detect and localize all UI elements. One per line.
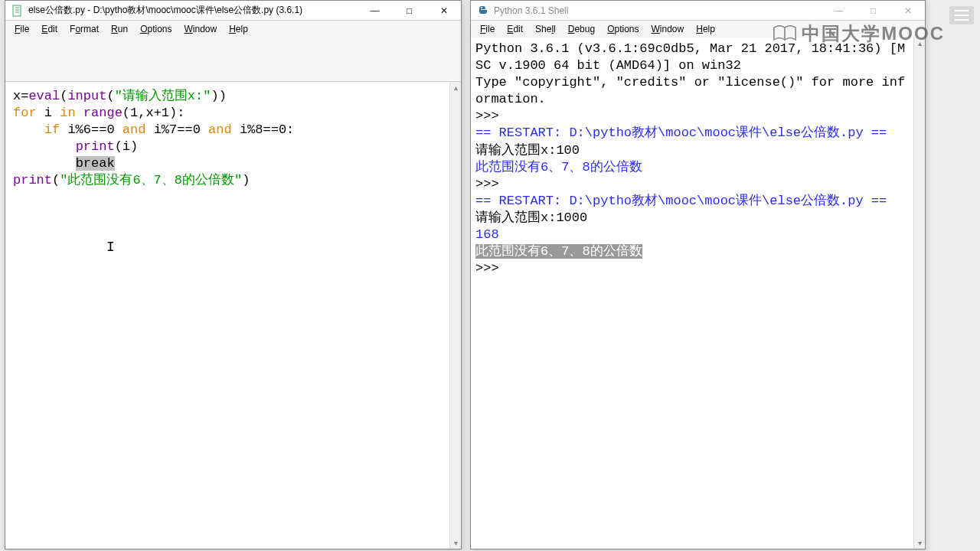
menu-edit[interactable]: Edit bbox=[501, 22, 529, 36]
maximize-button[interactable]: □ bbox=[856, 1, 890, 20]
shell-input-label: 请输入范围x: bbox=[475, 210, 556, 225]
shell-window-controls: — □ ✕ bbox=[822, 1, 925, 20]
python-file-icon bbox=[11, 5, 24, 17]
shell-restart: == RESTART: D:\pytho教材\mooc\mooc课件\else公… bbox=[475, 193, 910, 210]
shell-banner: Python 3.6.1 (v3.6.1:69c0db5, Mar 21 201… bbox=[475, 41, 910, 74]
editor-scrollbar[interactable]: ▴ ▾ bbox=[449, 82, 461, 549]
svg-rect-0 bbox=[13, 5, 21, 16]
code-editor[interactable]: x=eval(input("请输入范围x:")) for i in range(… bbox=[5, 82, 449, 549]
svg-point-1 bbox=[481, 7, 482, 8]
menu-debug[interactable]: Debug bbox=[562, 22, 601, 36]
menu-edit[interactable]: Edit bbox=[35, 22, 64, 36]
shell-output-line: 168 bbox=[475, 227, 910, 243]
menu-window[interactable]: Window bbox=[178, 22, 224, 36]
shell-menubar: File Edit Shell Debug Options Window Hel… bbox=[471, 21, 925, 37]
shell-banner2: Type "copyright", "credits" or "license(… bbox=[475, 74, 910, 108]
scroll-up-icon[interactable]: ▴ bbox=[918, 37, 922, 49]
shell-user-input: 100 bbox=[556, 143, 580, 158]
shell-scrollbar[interactable]: ▴ ▾ bbox=[913, 37, 925, 549]
editor-window-controls: — □ ✕ bbox=[358, 1, 461, 20]
minimize-button[interactable]: — bbox=[822, 1, 856, 20]
menu-run[interactable]: Run bbox=[105, 22, 134, 36]
shell-input-label: 请输入范围x: bbox=[475, 143, 556, 158]
shell-titlebar[interactable]: Python 3.6.1 Shell — □ ✕ bbox=[471, 1, 925, 21]
shell-prompt: >>> bbox=[475, 177, 499, 191]
shell-title: Python 3.6.1 Shell bbox=[494, 5, 822, 16]
menu-help[interactable]: Help bbox=[223, 22, 254, 36]
editor-toolbar-gap bbox=[5, 37, 461, 82]
editor-title: else公倍数.py - D:\pytho教材\mooc\mooc课件\else… bbox=[28, 4, 358, 17]
menu-help[interactable]: Help bbox=[690, 22, 721, 36]
scroll-up-icon[interactable]: ▴ bbox=[454, 82, 458, 93]
editor-body: x=eval(input("请输入范围x:")) for i in range(… bbox=[5, 82, 461, 549]
maximize-button[interactable]: □ bbox=[392, 1, 426, 20]
shell-window: Python 3.6.1 Shell — □ ✕ File Edit Shell… bbox=[470, 0, 926, 549]
shell-output[interactable]: Python 3.6.1 (v3.6.1:69c0db5, Mar 21 201… bbox=[471, 37, 913, 549]
scroll-down-icon[interactable]: ▾ bbox=[918, 537, 922, 549]
close-button[interactable]: ✕ bbox=[426, 1, 461, 20]
editor-menubar: File Edit Format Run Options Window Help bbox=[5, 21, 461, 37]
scroll-down-icon[interactable]: ▾ bbox=[454, 537, 458, 549]
menu-options[interactable]: Options bbox=[601, 22, 645, 36]
close-button[interactable]: ✕ bbox=[890, 1, 925, 20]
right-panel-blank bbox=[926, 0, 980, 551]
shell-restart: == RESTART: D:\pytho教材\mooc\mooc课件\else公… bbox=[475, 125, 910, 142]
editor-window: else公倍数.py - D:\pytho教材\mooc\mooc课件\else… bbox=[5, 0, 462, 549]
menu-window[interactable]: Window bbox=[645, 22, 691, 36]
menu-options[interactable]: Options bbox=[134, 22, 178, 36]
minimize-button[interactable]: — bbox=[358, 1, 392, 20]
python-shell-icon bbox=[477, 5, 489, 17]
shell-prompt: >>> bbox=[475, 109, 499, 123]
menu-file[interactable]: File bbox=[474, 22, 501, 36]
menu-file[interactable]: File bbox=[8, 22, 35, 36]
shell-user-input: 1000 bbox=[556, 210, 587, 225]
text-cursor-icon bbox=[106, 239, 116, 253]
shell-output-selected: 此范围没有6、7、8的公倍数 bbox=[475, 243, 910, 260]
hamburger-icon[interactable] bbox=[949, 6, 974, 24]
editor-titlebar[interactable]: else公倍数.py - D:\pytho教材\mooc\mooc课件\else… bbox=[5, 1, 461, 21]
shell-output-line: 此范围没有6、7、8的公倍数 bbox=[475, 159, 910, 176]
shell-prompt: >>> bbox=[475, 261, 499, 276]
shell-body: Python 3.6.1 (v3.6.1:69c0db5, Mar 21 201… bbox=[471, 37, 925, 549]
menu-format[interactable]: Format bbox=[64, 22, 105, 36]
menu-shell[interactable]: Shell bbox=[529, 22, 562, 36]
